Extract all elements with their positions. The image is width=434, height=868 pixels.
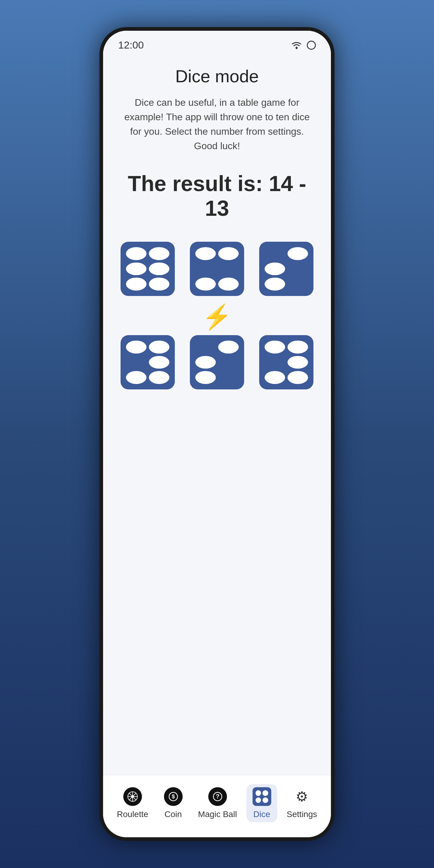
dot-empty — [195, 262, 216, 276]
dot — [218, 278, 239, 290]
status-time: 12:00 — [118, 39, 144, 51]
dot — [149, 356, 169, 369]
dot — [265, 262, 285, 276]
dot — [195, 356, 216, 369]
svg-point-2 — [131, 795, 134, 798]
dot — [149, 371, 169, 384]
nav-item-magic-ball[interactable]: ? Magic Ball — [192, 784, 243, 822]
svg-line-7 — [129, 793, 131, 795]
bottom-nav: Roulette $ Coin ? — [103, 775, 331, 837]
dot — [149, 247, 169, 260]
dot — [287, 247, 308, 260]
status-icons — [291, 41, 316, 50]
dot — [126, 371, 147, 384]
dot — [195, 371, 216, 384]
nav-label-settings: Settings — [287, 809, 317, 819]
svg-line-9 — [134, 793, 136, 795]
dot-empty — [287, 278, 308, 290]
die-3 — [259, 242, 313, 296]
die-5 — [190, 335, 244, 390]
dot — [195, 247, 216, 260]
dot — [126, 262, 147, 276]
die-4 — [121, 335, 175, 390]
nav-label-dice: Dice — [253, 809, 270, 819]
settings-icon-wrap: ⚙ — [293, 787, 311, 806]
svg-point-0 — [296, 47, 298, 49]
dot — [149, 278, 169, 290]
dot-empty — [218, 371, 239, 384]
svg-text:$: $ — [172, 794, 175, 800]
dot — [218, 341, 239, 353]
dot — [126, 247, 147, 260]
dot-empty — [218, 356, 239, 369]
nav-item-dice[interactable]: Dice — [247, 784, 277, 822]
dot-empty — [287, 262, 308, 276]
dot-empty — [195, 341, 216, 353]
dot — [287, 341, 308, 353]
nav-label-coin: Coin — [164, 809, 182, 819]
die-1 — [121, 242, 175, 296]
coin-icon: $ — [164, 787, 183, 806]
dot-empty — [265, 356, 285, 369]
svg-line-10 — [129, 798, 131, 800]
dot — [126, 278, 147, 290]
dot — [126, 341, 147, 353]
settings-icon: ⚙ — [296, 788, 308, 805]
dot — [287, 356, 308, 369]
svg-line-8 — [134, 798, 136, 800]
page-description: Dice can be useful, in a table game for … — [121, 95, 313, 153]
nav-item-settings[interactable]: ⚙ Settings — [281, 784, 323, 822]
roulette-icon — [123, 787, 142, 806]
roulette-svg — [127, 791, 138, 802]
nav-item-coin[interactable]: $ Coin — [158, 784, 189, 822]
coin-svg: $ — [168, 791, 179, 802]
phone-screen: 12:00 Dice mode Dice can be useful, in a… — [103, 31, 331, 837]
svg-text:?: ? — [216, 793, 219, 800]
magic-ball-icon: ? — [208, 787, 227, 806]
dot — [265, 278, 285, 290]
dice-row-bottom — [121, 335, 313, 390]
nav-label-roulette: Roulette — [117, 809, 148, 819]
dot-empty — [265, 247, 285, 260]
die-2 — [190, 242, 244, 296]
wifi-icon — [291, 41, 302, 50]
dot — [149, 262, 169, 276]
dot — [265, 371, 285, 384]
dot — [149, 341, 169, 353]
page-title: Dice mode — [175, 66, 258, 86]
dot — [195, 278, 216, 290]
status-bar: 12:00 — [103, 31, 331, 54]
result-text: The result is: 14 - 13 — [121, 171, 313, 221]
dot-empty — [126, 356, 147, 369]
nav-label-magic-ball: Magic Ball — [198, 809, 237, 819]
dot — [265, 341, 285, 353]
dot-empty — [218, 262, 239, 276]
signal-icon — [307, 41, 316, 50]
dot — [287, 371, 308, 384]
nav-item-roulette[interactable]: Roulette — [111, 784, 154, 822]
die-6 — [259, 335, 313, 390]
lightning-icon: ⚡ — [202, 305, 232, 329]
phone-frame: 12:00 Dice mode Dice can be useful, in a… — [99, 27, 335, 841]
dice-section: ⚡ — [121, 242, 313, 393]
main-content: Dice mode Dice can be useful, in a table… — [103, 54, 331, 775]
magic-ball-svg: ? — [212, 791, 223, 802]
dice-nav-icon — [253, 787, 271, 806]
dice-row-top — [121, 242, 313, 296]
dot — [218, 247, 239, 260]
